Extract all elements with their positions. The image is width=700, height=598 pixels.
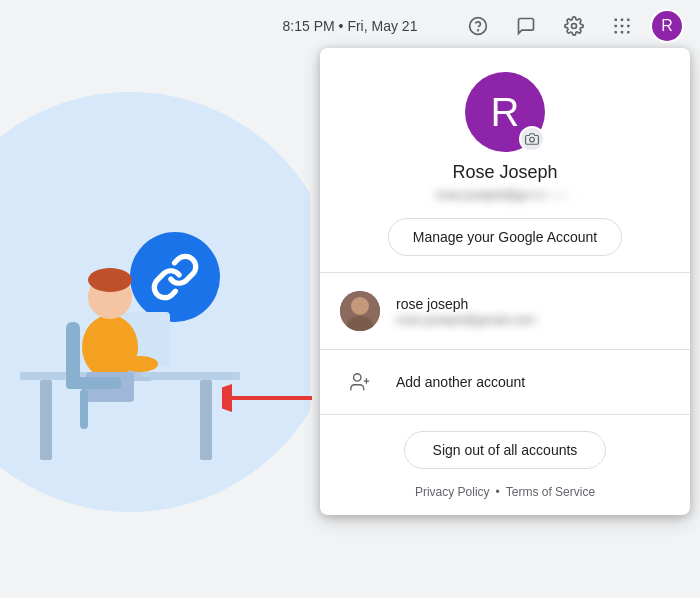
settings-button[interactable] — [554, 6, 594, 46]
add-account-icon — [340, 362, 380, 402]
terms-of-service-link[interactable]: Terms of Service — [506, 485, 595, 499]
account-item[interactable]: rose joseph rose.joseph@gmail.com — [320, 281, 690, 341]
svg-rect-13 — [40, 380, 52, 460]
svg-rect-6 — [615, 25, 618, 28]
svg-rect-11 — [627, 31, 630, 34]
account-list: rose joseph rose.joseph@gmail.com — [320, 273, 690, 350]
svg-point-1 — [478, 30, 479, 31]
illustration-area — [0, 52, 310, 598]
svg-rect-24 — [66, 377, 121, 389]
dropdown-footer: Privacy Policy • Terms of Service — [320, 477, 690, 503]
signout-button[interactable]: Sign out of all accounts — [404, 431, 607, 469]
chat-icon — [516, 16, 536, 36]
svg-rect-7 — [621, 25, 624, 28]
svg-point-28 — [351, 297, 369, 315]
svg-rect-8 — [627, 25, 630, 28]
add-account-label: Add another account — [396, 374, 525, 390]
signout-section: Sign out of all accounts — [320, 415, 690, 477]
account-email: rose.joseph@gmail.com — [396, 312, 670, 327]
footer-separator: • — [496, 485, 500, 499]
user-avatar-large[interactable]: R — [465, 72, 545, 152]
user-email: rose.joseph@gmail.com — [435, 187, 575, 202]
topbar-icons: R — [458, 6, 684, 46]
help-icon — [468, 16, 488, 36]
svg-rect-9 — [615, 31, 618, 34]
svg-rect-3 — [615, 19, 618, 22]
svg-rect-23 — [66, 322, 80, 382]
svg-point-20 — [88, 268, 132, 292]
person-illustration — [10, 152, 250, 472]
svg-rect-10 — [621, 31, 624, 34]
avatar-large-initial: R — [491, 90, 520, 135]
account-dropdown: R Rose Joseph rose.joseph@gmail.com Mana… — [320, 48, 690, 515]
svg-rect-14 — [200, 380, 212, 460]
chat-button[interactable] — [506, 6, 546, 46]
account-name: rose joseph — [396, 296, 670, 312]
topbar: 8:15 PM • Fri, May 21 — [0, 0, 700, 52]
apps-button[interactable] — [602, 6, 642, 46]
svg-point-30 — [354, 374, 361, 381]
help-button[interactable] — [458, 6, 498, 46]
svg-rect-4 — [621, 19, 624, 22]
camera-badge[interactable] — [519, 126, 545, 152]
camera-icon — [525, 132, 539, 146]
topbar-time: 8:15 PM • Fri, May 21 — [283, 18, 418, 34]
privacy-policy-link[interactable]: Privacy Policy — [415, 485, 490, 499]
add-account-item[interactable]: Add another account — [320, 350, 690, 415]
apps-icon — [612, 16, 632, 36]
manage-account-button[interactable]: Manage your Google Account — [388, 218, 622, 256]
svg-point-2 — [572, 24, 577, 29]
dropdown-header: R Rose Joseph rose.joseph@gmail.com Mana… — [320, 48, 690, 273]
user-avatar-button[interactable]: R — [650, 9, 684, 43]
avatar-initial: R — [661, 17, 673, 35]
user-name: Rose Joseph — [452, 162, 557, 183]
svg-point-21 — [122, 356, 158, 372]
svg-point-26 — [530, 137, 535, 142]
svg-rect-25 — [80, 389, 88, 429]
account-avatar — [340, 291, 380, 331]
svg-rect-5 — [627, 19, 630, 22]
account-info: rose joseph rose.joseph@gmail.com — [396, 296, 670, 327]
settings-icon — [564, 16, 584, 36]
